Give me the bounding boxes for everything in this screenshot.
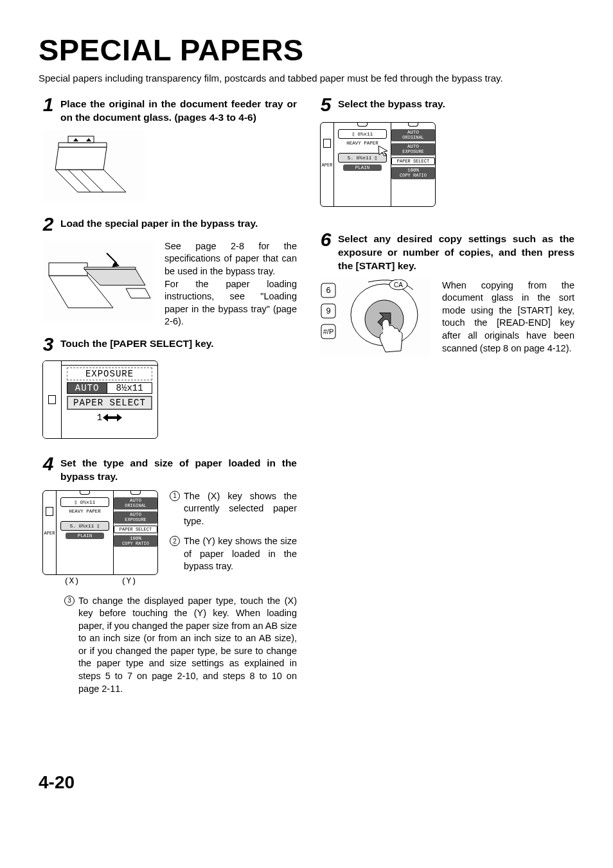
copy-ratio-btn[interactable]: 100%COPY RATIO — [391, 167, 435, 179]
auto-label: AUTO — [67, 382, 107, 394]
svg-text:#/P: #/P — [323, 328, 334, 335]
step-2-body-1: See page 2-8 for the specifications of p… — [164, 240, 297, 278]
left-column: 1 Place the original in the document fee… — [39, 98, 297, 695]
aper-label: APER — [322, 163, 333, 168]
step-4-item-2: The (Y) key shows the size of paper load… — [184, 535, 297, 573]
tray-row-1[interactable]: ▯8½x11 — [60, 497, 109, 507]
paper-select-btn[interactable]: PAPER SELECT — [391, 157, 435, 165]
step-2-title: Load the special paper in the bypass tra… — [60, 217, 297, 231]
svg-marker-17 — [103, 414, 122, 421]
step-1-number: 1 — [39, 95, 58, 114]
auto-exposure-btn[interactable]: AUTOEXPOSURE — [391, 143, 435, 155]
paper-size-label: 8½x11 — [107, 382, 152, 394]
right-column: 5 Select the bypass tray. APER ▯8½x11 HE… — [316, 98, 574, 695]
circle-1: 1 — [170, 491, 180, 501]
svg-marker-15 — [126, 288, 150, 298]
tray-row-2[interactable]: 5.8½x11▯ — [60, 521, 109, 531]
paper-select-btn[interactable]: PAPER SELECT — [114, 526, 157, 533]
svg-marker-2 — [55, 147, 107, 170]
svg-marker-18 — [378, 146, 387, 156]
ratio-value: 1 — [67, 412, 152, 423]
intro-text: Special papers including transparency fi… — [39, 73, 574, 84]
svg-text:CA: CA — [394, 281, 403, 288]
page-number: 4-20 — [39, 772, 574, 793]
step-3-number: 3 — [39, 335, 58, 354]
plain-label: PLAIN — [343, 164, 382, 171]
aper-label: APER — [44, 531, 55, 536]
tray-row-2[interactable]: 5.8½x11▯ — [338, 153, 387, 163]
paper-select-key[interactable]: PAPER SELECT — [67, 396, 152, 410]
step-3-panel: EXPOSURE AUTO 8½x11 PAPER SELECT 1 — [42, 360, 158, 439]
step-1-title: Place the original in the document feede… — [60, 98, 297, 125]
step-2-illustration — [42, 240, 153, 321]
step-3-title: Touch the [PAPER SELECT] key. — [60, 337, 297, 351]
auto-original-btn[interactable]: AUTOORIGINAL — [114, 497, 157, 509]
svg-marker-12 — [49, 263, 87, 276]
svg-text:9: 9 — [326, 306, 330, 315]
document-icon — [48, 395, 56, 404]
svg-text:6: 6 — [326, 285, 330, 295]
step-6-title: Select any desired copy settings such as… — [338, 233, 574, 273]
step-5-number: 5 — [316, 95, 335, 114]
heavy-paper-label: HEAVY PAPER — [59, 509, 111, 514]
svg-marker-1 — [55, 170, 126, 192]
circle-2: 2 — [170, 536, 180, 546]
auto-original-btn[interactable]: AUTOORIGINAL — [391, 129, 435, 141]
document-icon — [46, 507, 53, 516]
step-2-number: 2 — [39, 215, 58, 234]
svg-marker-3 — [58, 143, 107, 147]
step-6-body: When copying from the document glass in … — [442, 279, 574, 357]
cursor-icon — [377, 145, 389, 156]
tray-row-1[interactable]: ▯8½x11 — [338, 129, 387, 139]
auto-exposure-btn[interactable]: AUTOEXPOSURE — [114, 511, 157, 524]
step-1-illustration — [42, 131, 145, 200]
y-label: (Y) — [121, 576, 136, 586]
svg-marker-14 — [84, 267, 136, 269]
circle-3: 3 — [64, 596, 75, 606]
plain-label: PLAIN — [66, 533, 104, 539]
step-6-illustration: 6 9 #/P CA — [320, 279, 431, 357]
step-5-panel: APER ▯8½x11 HEAVY PAPER 5.8½x11▯ PLAIN — [320, 122, 436, 207]
x-label: (X) — [64, 576, 79, 586]
step-4-number: 4 — [39, 454, 58, 474]
step-4-item-1: The (X) key shows the currently selected… — [184, 490, 297, 528]
step-2-body: See page 2-8 for the specifications of p… — [164, 240, 297, 328]
step-6-number: 6 — [316, 230, 335, 249]
page-title: SPECIAL PAPERS — [39, 32, 574, 67]
step-5-title: Select the bypass tray. — [338, 98, 574, 111]
copy-ratio-btn[interactable]: 100%COPY RATIO — [114, 535, 157, 547]
svg-rect-4 — [68, 136, 94, 143]
exposure-key[interactable]: EXPOSURE — [67, 368, 152, 380]
step-4-title: Set the type and size of paper loaded in… — [60, 457, 297, 484]
document-icon — [323, 139, 331, 148]
step-2-body-2: For the paper loading instructions, see … — [164, 278, 297, 328]
step-4-panel: APER ▯8½x11 HEAVY PAPER 5.8½x11▯ PL — [42, 490, 158, 575]
step-4-item-3: To change the displayed paper type, touc… — [78, 595, 297, 696]
